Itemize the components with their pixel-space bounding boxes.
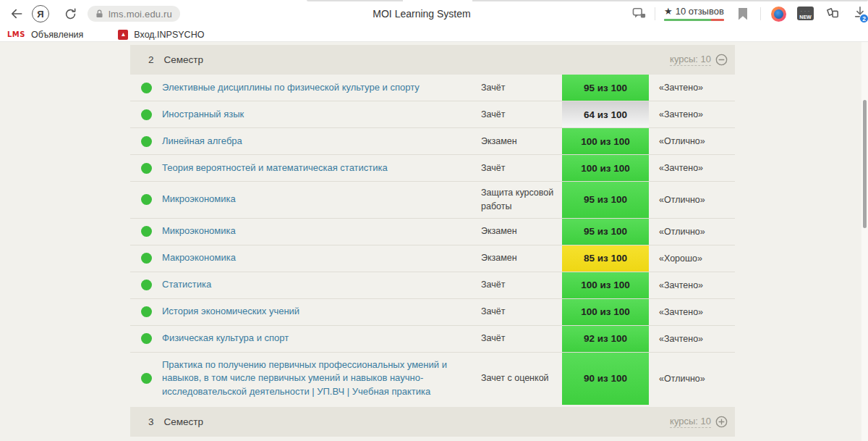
assessment-type: Зачёт [481, 274, 562, 296]
course-row[interactable]: Практика по получению первичных професси… [130, 353, 735, 406]
course-row[interactable]: Линейная алгебра Экзамен 100 из 100 «Отл… [130, 128, 735, 155]
assessment-type: Защита курсовой работы [481, 182, 562, 218]
yandex-ya-icon: Я [37, 9, 43, 20]
feedback-button[interactable] [631, 7, 648, 21]
status-cell [130, 373, 162, 384]
bookmark-item-announcements[interactable]: LMS Объявления [7, 30, 83, 40]
semester-3-header: 3 Семестр курсы: 10 [130, 407, 735, 437]
score-cell: 100 из 100 [562, 272, 649, 298]
course-status-dot-icon [141, 136, 152, 147]
status-cell [130, 306, 162, 317]
scrollbar-track[interactable] [861, 42, 868, 441]
course-status-dot-icon [141, 373, 152, 384]
course-row[interactable]: Физическая культура и спорт Зачёт 92 из … [130, 326, 735, 353]
grade-text: «Зачтено» [649, 109, 735, 119]
status-cell [130, 280, 162, 290]
extension-circle-icon [774, 9, 783, 19]
score-badge: 85 из 100 [562, 245, 649, 272]
semester-number: 3 [148, 416, 154, 427]
assessment-type: Зачёт [481, 77, 562, 99]
grade-text: «Отлично» [649, 374, 735, 384]
assessment-type: Зачёт [481, 301, 562, 323]
score-badge: 95 из 100 [562, 219, 649, 245]
course-row[interactable]: Макроэкономика Экзамен 85 из 100 «Хорошо… [130, 245, 735, 272]
course-row[interactable]: Микроэкономика Защита курсовой работы 95… [130, 182, 735, 219]
scrollbar-thumb[interactable] [863, 100, 867, 228]
course-link[interactable]: Микроэкономика [162, 219, 481, 244]
course-status-dot-icon [141, 83, 152, 93]
course-link[interactable]: Практика по получению первичных професси… [162, 353, 481, 406]
assessment-type: Зачет с оценкой [481, 367, 562, 390]
semester-collapse-toggle[interactable]: курсы: 10 [670, 54, 728, 66]
collections-button[interactable] [824, 7, 841, 21]
bookmark-item-inpsycho[interactable]: ▲ Вход.INPSYCHO [118, 30, 204, 40]
course-status-dot-icon [141, 280, 152, 290]
status-cell [130, 136, 162, 147]
assessment-type: Экзамен [481, 247, 562, 269]
course-status-dot-icon [141, 109, 152, 120]
grade-text: «Зачтено» [649, 163, 735, 173]
course-link[interactable]: Микроэкономика [162, 187, 481, 212]
course-link[interactable]: Элективные дисциплины по физической куль… [162, 75, 481, 101]
course-row[interactable]: Элективные дисциплины по физической куль… [130, 75, 735, 101]
course-row[interactable]: Иностранный язык Зачёт 64 из 100 «Зачтен… [130, 101, 735, 128]
semester-expand-toggle[interactable]: курсы: 10 [670, 416, 728, 428]
course-link[interactable]: Теория вероятностей и математическая ста… [162, 156, 481, 181]
score-cell: 95 из 100 [562, 182, 649, 218]
bookmarks-bar: LMS Объявления ▲ Вход.INPSYCHO [0, 28, 868, 42]
score-badge: 90 из 100 [562, 353, 649, 406]
course-row[interactable]: История экономических учений Зачёт 100 и… [130, 299, 735, 326]
course-row[interactable]: Теория вероятностей и математическая ста… [130, 155, 735, 182]
course-status-dot-icon [141, 226, 152, 237]
status-cell [130, 253, 162, 264]
course-status-dot-icon [141, 194, 152, 205]
status-cell [130, 83, 162, 93]
bookmark-label: Вход.INPSYCHO [134, 30, 204, 40]
grade-text: «Зачтено» [649, 307, 735, 317]
score-cell: 100 из 100 [562, 299, 649, 325]
bookmark-button[interactable] [735, 7, 751, 21]
course-link[interactable]: Линейная алгебра [162, 129, 481, 154]
yandex-services-button[interactable]: Я [32, 5, 49, 22]
grade-text: «Отлично» [649, 136, 735, 146]
address-bar[interactable]: lms.moi.edu.ru [88, 6, 180, 22]
assessment-type: Зачёт [481, 157, 562, 180]
score-cell: 100 из 100 [562, 155, 649, 181]
refresh-button[interactable] [61, 5, 80, 22]
lock-icon [95, 9, 104, 19]
collapse-minus-icon[interactable] [715, 54, 728, 66]
grade-text: «Зачтено» [649, 280, 735, 290]
course-status-dot-icon [141, 333, 152, 344]
lms-favicon: LMS [7, 30, 25, 38]
site-rating[interactable]: ★ 10 отзывов [664, 6, 724, 21]
assessment-type: Зачёт [481, 327, 562, 350]
score-badge: 100 из 100 [562, 128, 649, 154]
course-link[interactable]: История экономических учений [162, 299, 481, 324]
status-cell [130, 194, 162, 205]
page-title: MOI Learning System [373, 8, 470, 20]
score-cell: 64 из 100 [562, 101, 649, 127]
course-status-dot-icon [141, 306, 152, 317]
star-icon: ★ [664, 6, 673, 17]
extension-new-badge[interactable]: ¨ ¨ ¨ NEW [797, 7, 814, 20]
lms-page: 2 Семестр курсы: 10 Элективные дисциплин… [0, 42, 868, 441]
semester-number: 2 [148, 54, 154, 65]
course-link[interactable]: Статистика [162, 272, 481, 298]
expand-plus-icon[interactable] [715, 416, 728, 428]
course-link[interactable]: Макроэкономика [162, 245, 481, 271]
rating-bar-positive [664, 19, 711, 21]
course-link[interactable]: Иностранный язык [162, 102, 481, 127]
course-status-dot-icon [141, 163, 152, 174]
course-link[interactable]: Физическая культура и спорт [162, 326, 481, 351]
course-row[interactable]: Статистика Зачёт 100 из 100 «Зачтено» [130, 272, 735, 299]
score-badge: 100 из 100 [562, 299, 649, 325]
tab-strip-edge [472, 0, 868, 1]
semester-2-header: 2 Семестр курсы: 10 [130, 45, 735, 75]
score-cell: 95 из 100 [562, 219, 649, 245]
extension-browser-icon[interactable] [771, 7, 786, 22]
course-row[interactable]: Микроэкономика Экзамен 95 из 100 «Отличн… [130, 219, 735, 245]
score-badge: 92 из 100 [562, 326, 649, 352]
downloads-button[interactable]: 2 [854, 6, 868, 23]
toolbar-separator [655, 7, 655, 20]
back-button[interactable] [7, 5, 26, 22]
